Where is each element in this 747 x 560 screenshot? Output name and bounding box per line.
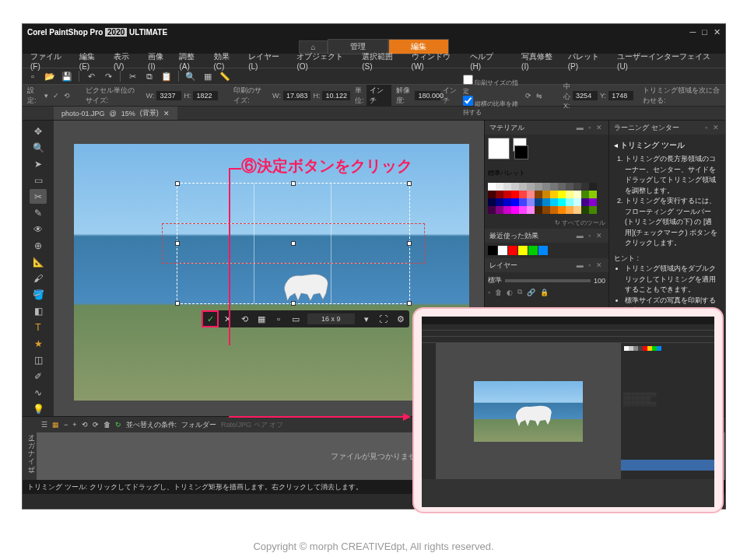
color-swatch[interactable] (581, 183, 589, 191)
straighten-tool-icon[interactable]: 📐 (30, 254, 47, 269)
eyedropper-tool-icon[interactable]: ✎ (30, 205, 47, 220)
color-swatch[interactable] (581, 198, 589, 206)
color-swatch[interactable] (503, 191, 511, 198)
eraser-tool-icon[interactable]: ◫ (30, 352, 47, 367)
crop-expand-button[interactable]: ⛶ (375, 310, 392, 327)
color-swatch[interactable] (496, 198, 503, 206)
color-swatch[interactable] (550, 198, 558, 206)
recent-swatch[interactable] (538, 246, 548, 255)
color-swatch[interactable] (581, 206, 589, 214)
color-swatch[interactable] (573, 183, 581, 191)
mask-icon[interactable]: ◐ (507, 289, 513, 296)
menu-effects[interactable]: 効果(C) (209, 51, 244, 71)
color-palette[interactable] (485, 180, 608, 217)
blend-mode-select[interactable]: 標準 (488, 275, 502, 285)
color-swatch[interactable] (542, 206, 550, 214)
color-swatch[interactable] (535, 183, 542, 191)
color-swatch[interactable] (550, 183, 558, 191)
color-swatch[interactable] (550, 191, 558, 198)
pen-tool-icon[interactable]: ✐ (30, 369, 47, 383)
color-swatch[interactable] (511, 198, 519, 206)
color-swatch[interactable] (550, 206, 558, 214)
zoom-tool-icon[interactable]: 🔍 (30, 140, 47, 155)
crop-orientation-button[interactable]: ▭ (287, 310, 304, 327)
color-swatch[interactable] (566, 183, 573, 191)
all-tools-toggle[interactable]: ↻ すべてのツール (485, 217, 608, 229)
color-swatch[interactable] (558, 183, 566, 191)
menu-selection[interactable]: 選択範囲(S) (357, 51, 406, 71)
color-swatch[interactable] (535, 198, 542, 206)
specify-print-size-checkbox[interactable] (463, 75, 473, 85)
menu-help[interactable]: ヘルプ(H) (465, 51, 507, 71)
brush-tool-icon[interactable]: 🖌 (30, 271, 47, 285)
color-swatch[interactable] (488, 183, 496, 191)
recent-swatch[interactable] (518, 246, 528, 255)
color-swatch[interactable] (542, 183, 550, 191)
menu-adjust[interactable]: 調整(A) (174, 51, 209, 71)
color-swatch[interactable] (488, 198, 496, 206)
opacity-slider[interactable] (505, 279, 591, 282)
close-icon[interactable]: ✕ (714, 27, 721, 37)
color-swatch[interactable] (535, 206, 542, 214)
color-swatch[interactable] (566, 191, 573, 198)
color-swatch[interactable] (573, 206, 581, 214)
flip-icon[interactable]: ⇋ (536, 92, 542, 100)
redeye-tool-icon[interactable]: 👁 (30, 222, 47, 236)
crop-preset-select[interactable]: 16 x 9 (307, 313, 355, 324)
color-swatch[interactable] (566, 198, 573, 206)
color-swatch[interactable] (535, 191, 542, 198)
organizer-zoom-in-icon[interactable]: + (72, 421, 76, 429)
lightbulb-tool-icon[interactable]: 💡 (30, 401, 47, 416)
color-swatch[interactable] (527, 206, 535, 214)
cut-icon[interactable]: ✂ (125, 69, 139, 83)
gradient-tool-icon[interactable]: ◧ (30, 303, 47, 318)
color-swatch[interactable] (519, 198, 527, 206)
color-swatch[interactable] (542, 191, 550, 198)
preset-dropdown-icon[interactable]: ▾ (44, 92, 48, 100)
recent-effects-header[interactable]: 最近使った効果▬ ▫ ✕ (485, 229, 608, 243)
crop-preset-dropdown-icon[interactable]: ▾ (358, 310, 375, 327)
crop-options-button[interactable]: ⚙ (392, 310, 409, 327)
foreground-material[interactable] (488, 138, 510, 159)
ruler-icon[interactable]: 📏 (218, 69, 232, 83)
new-icon[interactable]: ▫ (26, 69, 40, 83)
color-swatch[interactable] (503, 206, 511, 214)
maximize-icon[interactable]: □ (702, 27, 707, 37)
link-icon[interactable]: 🔗 (527, 289, 535, 296)
sort-select[interactable]: フォルダー (181, 420, 216, 430)
crop-grid-button[interactable]: ▦ (253, 310, 270, 327)
materials-panel-header[interactable]: マテリアル▬ ▫ ✕ (485, 121, 608, 135)
unit-select[interactable]: インチ (366, 85, 391, 107)
organizer-rotate2-icon[interactable]: ⟳ (93, 421, 99, 429)
selection-tool-icon[interactable]: ▭ (30, 173, 47, 187)
organizer-side-label[interactable]: オーガナイザー (23, 417, 37, 480)
color-swatch[interactable] (558, 191, 566, 198)
menu-file[interactable]: ファイル(F) (26, 51, 75, 71)
undo-icon[interactable]: ↶ (84, 69, 98, 83)
color-swatch[interactable] (589, 198, 597, 206)
apply-icon[interactable]: ✓ (53, 92, 59, 100)
organizer-delete-icon[interactable]: 🗑 (103, 421, 110, 429)
recent-swatch[interactable] (488, 246, 497, 255)
recent-swatch[interactable] (508, 246, 517, 255)
open-icon[interactable]: 📂 (43, 69, 57, 83)
recent-swatch[interactable] (528, 246, 538, 255)
color-swatch[interactable] (519, 183, 527, 191)
color-swatch[interactable] (488, 191, 496, 198)
menu-image[interactable]: 画像(I) (143, 51, 174, 71)
organizer-zoom-out-icon[interactable]: − (64, 421, 68, 429)
print-width-field[interactable]: 17.983 (283, 91, 311, 100)
minimize-icon[interactable]: ─ (690, 27, 696, 37)
color-swatch[interactable] (519, 191, 527, 198)
lock-icon[interactable]: 🔒 (540, 289, 549, 296)
photo-canvas[interactable] (74, 144, 469, 401)
fill-tool-icon[interactable]: 🪣 (30, 287, 47, 302)
redo-icon[interactable]: ↷ (101, 69, 115, 83)
save-icon[interactable]: 💾 (60, 69, 74, 83)
zoom-icon[interactable]: 🔍 (184, 69, 198, 83)
color-swatch[interactable] (542, 198, 550, 206)
menu-ui[interactable]: ユーザーインターフェイス(U) (612, 51, 722, 71)
color-swatch[interactable] (558, 206, 566, 214)
crop-apply-button[interactable]: ✓ (202, 310, 219, 327)
color-swatch[interactable] (496, 183, 503, 191)
